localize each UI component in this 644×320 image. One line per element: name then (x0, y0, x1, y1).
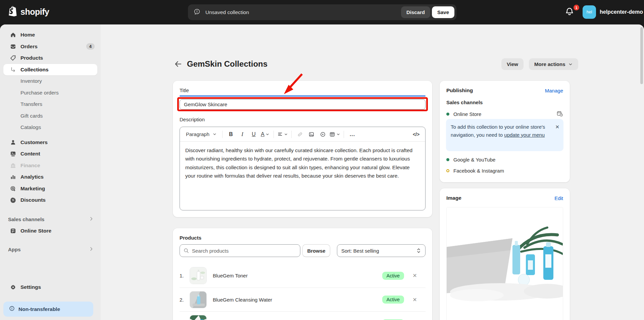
back-button[interactable] (174, 60, 183, 68)
chevron-down-icon (265, 132, 269, 136)
products-heading: Products (180, 235, 426, 241)
italic-button[interactable]: I (237, 129, 247, 139)
sidebar-item-orders[interactable]: Orders 4 (3, 41, 97, 53)
sidebar-item-inventory[interactable]: Inventory (3, 75, 97, 87)
status-badge: Active (382, 272, 404, 280)
view-button[interactable]: View (501, 58, 524, 70)
text-color-button[interactable]: A (260, 129, 270, 139)
edit-image-link[interactable]: Edit (554, 195, 563, 201)
non-transferable-banner[interactable]: Non-transferable (3, 302, 93, 317)
insert-video-button[interactable] (318, 129, 328, 139)
row-index: 2. (180, 297, 190, 303)
info-icon (9, 305, 15, 313)
row-index: 1. (180, 273, 190, 278)
sales-channels-header[interactable]: Sales channels (3, 214, 97, 225)
remove-product-icon[interactable]: ✕ (404, 297, 426, 303)
bell-icon (564, 7, 575, 17)
sidebar-item-label: Purchase orders (20, 90, 59, 96)
store-name[interactable]: helpcenter-demo (600, 9, 643, 15)
sidebar-item-purchase-orders[interactable]: Purchase orders (3, 87, 97, 99)
toolbar-divider (291, 131, 292, 138)
sidebar-item-settings[interactable]: Settings (3, 281, 97, 293)
content-icon (9, 150, 17, 157)
publishing-card: Publishing Manage Sales channels Online … (440, 81, 570, 182)
navigation-info-banner: To add this collection to your online st… (446, 119, 563, 151)
product-name[interactable]: BlueGem Cleansing Water (213, 297, 272, 303)
sort-select[interactable]: Sort: Best selling (337, 244, 426, 257)
sidebar-item-label: Online Store (20, 228, 51, 234)
annotation-arrow (278, 71, 311, 98)
sidebar-item-catalogs[interactable]: Catalogs (3, 122, 97, 133)
schedule-calendar-icon[interactable] (556, 110, 563, 118)
sidebar-item-label: Transfers (20, 101, 42, 107)
shopify-logo[interactable]: shopify (8, 5, 49, 18)
sidebar-item-marketing[interactable]: Marketing (3, 183, 97, 195)
more-actions-button[interactable]: More actions (529, 58, 578, 70)
sidebar-item-label: Products (20, 55, 43, 61)
chevron-right-icon[interactable] (89, 216, 94, 222)
product-name[interactable]: BlueGem Toner (213, 273, 248, 278)
sales-channels-label: Sales channels (8, 216, 44, 222)
bank-icon (9, 162, 17, 169)
alignment-button[interactable] (277, 129, 288, 139)
paragraph-style-dropdown[interactable]: Paragraph (184, 129, 219, 139)
alert-icon (193, 8, 201, 17)
sidebar-item-label: Content (20, 151, 40, 157)
update-menu-link[interactable]: update your menu (504, 132, 545, 138)
dismiss-banner-icon[interactable]: ✕ (555, 123, 559, 131)
gear-icon (9, 283, 17, 291)
description-text[interactable]: Discover radiant, healthy skin with our … (180, 142, 425, 184)
toolbar-divider (344, 131, 344, 138)
sidebar-item-finance: Finance (3, 160, 97, 172)
more-formatting-button[interactable]: ... (347, 129, 357, 139)
table-row: 1. BlueGem Toner Active ✕ (180, 264, 426, 287)
sidebar-item-analytics[interactable]: Analytics (3, 171, 97, 183)
search-products-input[interactable] (192, 248, 297, 254)
sidebar-item-label: Home (20, 32, 35, 38)
sidebar-item-gift-cards[interactable]: Gift cards (3, 110, 97, 122)
sidebar-item-products[interactable]: Products (3, 52, 97, 64)
product-thumbnail (190, 315, 207, 320)
insert-image-button[interactable] (306, 129, 316, 139)
apps-header[interactable]: Apps (3, 244, 97, 255)
description-editor: Paragraph B I U A (180, 127, 426, 210)
table-row: 2. BlueGem Cleansing Water Active ✕ (180, 287, 426, 311)
notifications-button[interactable]: 1 (564, 7, 579, 19)
sidebar-item-home[interactable]: Home (3, 29, 97, 41)
save-button[interactable]: Save (432, 6, 454, 18)
sidebar: Home Orders 4 Products Collections Inven… (0, 24, 101, 320)
channel-label: Google & YouTube (453, 157, 495, 163)
manage-link[interactable]: Manage (545, 88, 563, 93)
chevron-down-icon (336, 132, 340, 136)
unsaved-label: Unsaved collection (205, 9, 249, 15)
more-actions-label: More actions (534, 61, 565, 67)
sidebar-item-label: Inventory (20, 78, 42, 84)
description-field-label: Description (180, 117, 205, 122)
sidebar-item-content[interactable]: Content (3, 148, 97, 160)
collection-image[interactable] (446, 207, 563, 320)
insert-table-button[interactable] (329, 129, 340, 139)
chevron-down-icon (568, 62, 573, 67)
avatar[interactable]: hel (583, 5, 596, 19)
sidebar-item-transfers[interactable]: Transfers (3, 99, 97, 110)
unsaved-bar: Unsaved collection Discard Save (188, 4, 456, 20)
chevron-right-icon[interactable] (89, 246, 94, 253)
table-row: 3. Blue Gem Skincare Bundle Active ✕ (180, 311, 426, 320)
page-scrollbar[interactable] (640, 27, 643, 84)
sidebar-item-label: Finance (20, 163, 40, 169)
updown-chevron-icon (416, 248, 421, 254)
discard-button[interactable]: Discard (401, 6, 430, 18)
sidebar-item-discounts[interactable]: Discounts (3, 194, 97, 206)
product-thumbnail (190, 267, 207, 284)
underline-button[interactable]: U (249, 129, 259, 139)
bold-button[interactable]: B (226, 129, 236, 139)
sidebar-item-label: Settings (20, 284, 41, 290)
remove-product-icon[interactable]: ✕ (404, 272, 426, 279)
sidebar-item-online-store[interactable]: Online Store (3, 225, 97, 237)
sidebar-item-collections[interactable]: Collections (3, 64, 97, 76)
sidebar-item-customers[interactable]: Customers (3, 137, 97, 148)
code-view-button[interactable]: </> (411, 129, 421, 139)
browse-button[interactable]: Browse (302, 244, 330, 257)
sidebar-item-label: Catalogs (20, 124, 41, 130)
channel-label: Online Store (453, 111, 481, 117)
